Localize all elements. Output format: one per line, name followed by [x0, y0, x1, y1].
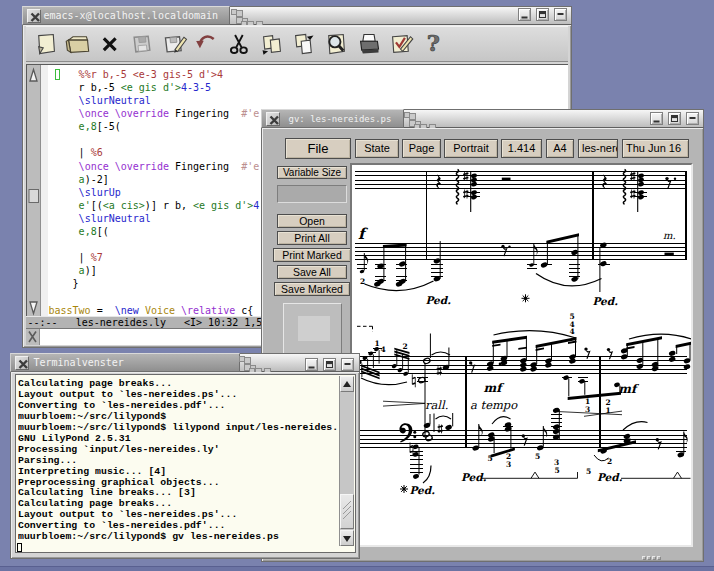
thumb-grip — [341, 495, 353, 528]
minimize-button[interactable] — [305, 358, 318, 371]
minimize-button[interactable] — [650, 112, 663, 125]
close-button[interactable] — [27, 9, 41, 23]
page-menu-button[interactable]: Page — [402, 139, 441, 158]
close-icon — [268, 114, 281, 127]
score-text: 5 — [488, 453, 493, 462]
print-marked-button[interactable]: Print Marked — [273, 248, 351, 262]
save-button[interactable] — [128, 30, 156, 58]
save-marked-button[interactable]: Save Marked — [274, 282, 350, 296]
date-button[interactable]: Thu Jun 16 — [622, 139, 689, 158]
maximize-icon — [669, 113, 680, 124]
orientation-button[interactable]: Portrait — [444, 139, 498, 158]
score-text: 5 — [586, 466, 591, 475]
emacs-scrollbar[interactable] — [27, 65, 41, 316]
print-button[interactable] — [355, 30, 383, 58]
file-menu-button[interactable]: File — [285, 138, 351, 159]
close-buffer-button[interactable] — [96, 30, 124, 58]
close-button[interactable] — [15, 356, 29, 370]
score-text: 5 — [555, 466, 560, 475]
search-button[interactable] — [322, 30, 350, 58]
maximize-button[interactable] — [668, 112, 681, 125]
maximize-button[interactable] — [536, 8, 549, 21]
terminal-window: Terminalvenster Calculating page breaks.… — [10, 353, 360, 559]
open-button[interactable]: Open — [277, 214, 347, 228]
scrollbar-glyphs — [27, 65, 40, 316]
search-icon — [322, 30, 350, 58]
cut-button[interactable] — [225, 30, 253, 58]
score-text: Ped. — [597, 471, 623, 483]
minimize-icon — [306, 359, 317, 370]
preferences-icon — [387, 30, 415, 58]
shade-button[interactable] — [341, 358, 354, 371]
state-menu-button[interactable]: State — [355, 139, 399, 158]
score-text: mf — [484, 381, 506, 395]
gv-page-list[interactable] — [283, 303, 342, 356]
gv-window-buttons — [650, 112, 699, 125]
tab-stairs-decoration — [404, 110, 448, 130]
close-icon — [17, 358, 30, 371]
resize-grip[interactable] — [642, 556, 661, 560]
shade-button[interactable] — [554, 8, 567, 21]
tab-stairs-decoration — [231, 7, 275, 27]
terminal-title-tab[interactable]: Terminalvenster — [10, 353, 240, 372]
taskbar-edge[interactable] — [0, 566, 714, 571]
score-text: 2 — [607, 456, 612, 465]
scroll-up-button[interactable] — [340, 376, 354, 392]
scale-button[interactable]: 1.414 — [501, 139, 542, 158]
code-line: \slurNeutral — [49, 94, 569, 107]
save-all-button[interactable]: Save All — [277, 265, 347, 279]
close-button[interactable] — [266, 112, 280, 126]
emacs-window-buttons — [518, 8, 567, 21]
shade-button[interactable] — [686, 112, 699, 125]
open-folder-button[interactable] — [64, 30, 92, 58]
print-icon — [355, 30, 383, 58]
shade-icon — [687, 113, 698, 124]
score-text: rall. — [425, 398, 448, 412]
paste-icon — [290, 30, 318, 58]
minimize-icon — [519, 9, 530, 20]
code-line: %%r b,-5 <e-3 gis-5 d'>4 — [49, 68, 569, 81]
new-file-icon — [32, 30, 60, 58]
terminal-cursor — [17, 543, 22, 552]
window-title: Terminalvenster — [34, 357, 124, 368]
score-text: Ped. — [461, 470, 487, 482]
scroll-down-button[interactable] — [340, 530, 354, 546]
help-icon: ? — [419, 30, 447, 58]
preferences-button[interactable] — [387, 30, 415, 58]
filename-button[interactable]: les-nereides.ps — [578, 139, 618, 158]
score-text: mf — [618, 382, 640, 396]
help-button[interactable]: ? — [419, 30, 447, 58]
score-text: a tempo — [470, 398, 518, 412]
copy-button[interactable] — [258, 30, 286, 58]
emacs-title-tab[interactable]: emacs-x@localhost.localdomain — [22, 6, 230, 25]
terminal-body: Calculating page breaks... Layout output… — [10, 372, 360, 559]
undo-button[interactable] — [193, 30, 221, 58]
open-folder-icon — [64, 30, 92, 58]
scrollbar-thumb[interactable] — [340, 494, 354, 529]
gv-title-tab[interactable]: gv: les-nereides.ps — [261, 109, 404, 128]
paste-button[interactable] — [290, 30, 318, 58]
shade-icon — [342, 359, 353, 370]
window-title: gv: les-nereides.ps — [289, 114, 392, 124]
minimize-button[interactable] — [518, 8, 531, 21]
maximize-button[interactable] — [323, 358, 336, 371]
score-viewport[interactable]: f2Ped.Ped.m.544142rall.a tempomfmf1321Pe… — [350, 163, 693, 547]
tab-stairs-decoration — [239, 354, 283, 374]
save-as-button[interactable] — [161, 30, 189, 58]
media-button[interactable]: A4 — [546, 139, 574, 158]
close-icon — [29, 11, 42, 24]
variable-size-button[interactable]: Variable Size — [277, 166, 347, 179]
print-all-button[interactable]: Print All — [277, 231, 347, 245]
score-text: 1 — [375, 339, 380, 348]
window-title: emacs-x@localhost.localdomain — [44, 10, 219, 21]
terminal-output[interactable]: Calculating page breaks... Layout output… — [18, 379, 338, 552]
terminal-scrollbar[interactable] — [339, 376, 354, 546]
maximize-icon — [324, 359, 335, 370]
cut-icon — [225, 30, 253, 58]
terminal-window-buttons — [305, 358, 354, 371]
minimize-icon — [651, 113, 662, 124]
new-file-button[interactable] — [32, 30, 60, 58]
arrow-up-icon — [341, 377, 353, 391]
emacs-fringe — [41, 65, 48, 316]
copy-icon — [258, 30, 286, 58]
